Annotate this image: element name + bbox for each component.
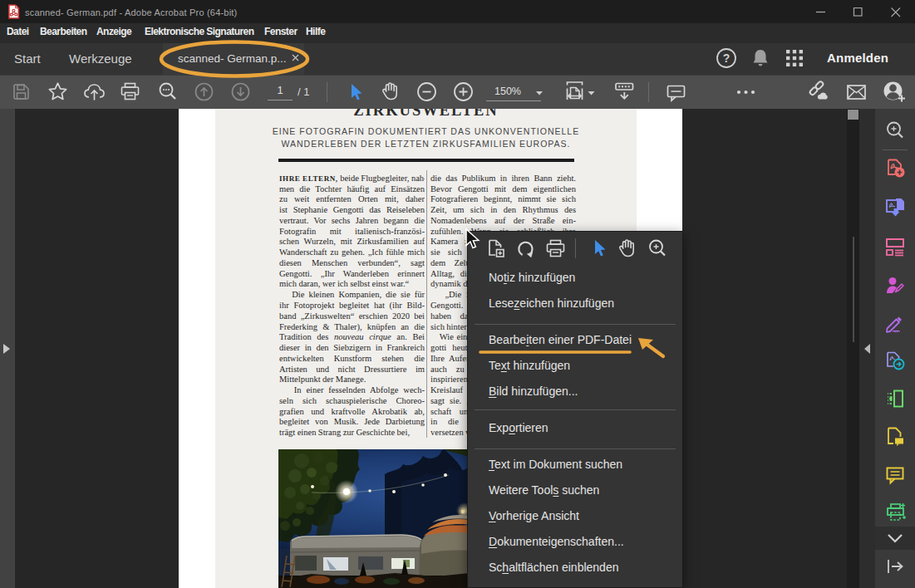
svg-text:?: ? [723, 51, 731, 65]
